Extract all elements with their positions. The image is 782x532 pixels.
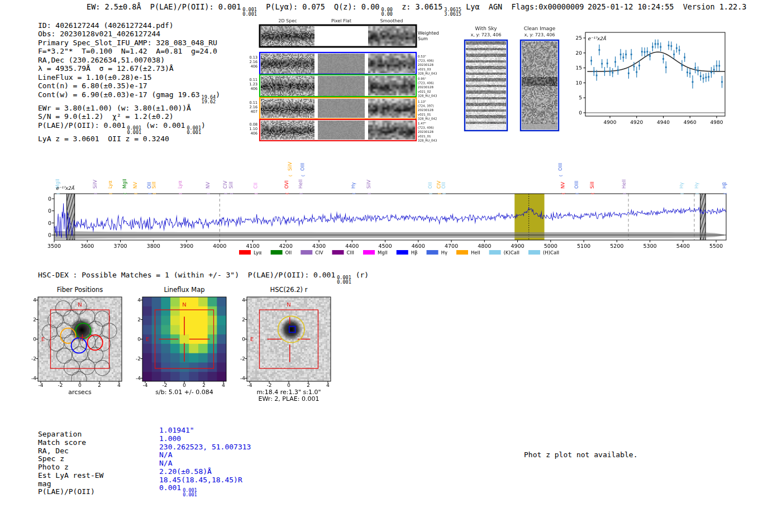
match-row-label: Match score (38, 439, 103, 447)
match-table-values: 1.01941"1.000230.262523, 51.007313N/AN/A… (159, 426, 251, 492)
stacked-uncertainty: 19.6419.62 (202, 95, 216, 104)
info-line: ID: 4026127244 (4026127244.pdf) (38, 21, 220, 30)
info-line: Primary Spec_Slot_IFU_AMP: 328_083_048_R… (38, 39, 220, 47)
photz-note: Phot z plot not available. (524, 450, 638, 459)
match-row-value: 230.262523, 51.007313 (159, 443, 251, 452)
sky-image-panels (455, 22, 567, 134)
match-row-value: N/A (159, 451, 251, 459)
match-row-value: 1.000 (159, 435, 251, 443)
fiber-xlabel: arcsecs (31, 389, 128, 396)
info-line: EWr = 3.80(±1.00) (w: 3.80(±1.00))Å (38, 104, 220, 112)
fiber-positions-panel (31, 282, 128, 389)
stacked-uncertainty: 0.0010.001 (187, 126, 201, 135)
info-line: LyA z = 3.0601 OII z = 0.3240 (38, 135, 220, 143)
stacked-uncertainty: 0.0010.001 (127, 126, 142, 135)
info-line: F=*3.2"* T=0.100 N=1.42 A=0.81 g=24.0 (38, 47, 220, 55)
2d-spectra-panel (246, 16, 447, 144)
report-timestamp-block: 2025-01-12 10:24:55 Version 1.22.3 (588, 2, 747, 11)
detection-info-block: ID: 4026127244 (4026127244.pdf)Obs: 2023… (38, 21, 220, 143)
report-datetime: 2025-01-12 10:24:55 (588, 2, 674, 11)
info-line: Cont(n) = 6.80(±0.35)e-17 (38, 82, 220, 90)
info-line: Obs: 20230128v021_4026127244 (38, 30, 220, 38)
match-table-labels: SeparationMatch scoreRA, DecSpec zPhoto … (38, 430, 103, 496)
match-row-label: mag (38, 480, 103, 488)
info-line: S/N = 9.0(±1.2) χ² = 1.2(±0.2) (38, 112, 220, 121)
lineflux-map-panel (136, 282, 233, 389)
match-row-label: P(LAE)/P(OII) (38, 488, 103, 496)
info-line: P(LAE)/P(OII): 0.0010.0010.001 (w: 0.001… (38, 121, 220, 135)
full-spectrum-plot (47, 146, 735, 261)
info-line: Cont(w) = 6.90(±0.03)e-17 (gmag 19.6319.… (38, 90, 220, 104)
elixer-detection-report: EW: 2.5±0.8Å P(LAE)/P(OII): 0.0010.0010.… (0, 0, 782, 532)
stacked-uncertainty: 0.0010.001 (183, 488, 197, 497)
emission-line-fit-plot (573, 25, 735, 131)
match-row-value: 1.01941" (159, 426, 251, 435)
info-line: RA,Dec (230.262634,51.007038) (38, 56, 220, 64)
match-row-value: 2.20(±0.58)Å (159, 468, 251, 476)
stacked-uncertainty: 3.06153.0615 (444, 7, 461, 16)
stacked-uncertainty: 0.0010.001 (337, 275, 351, 284)
match-row-value: 0.0010.0010.001 (159, 484, 251, 492)
report-version: Version 1.22.3 (683, 2, 747, 11)
match-row-label: Spec z (38, 455, 103, 463)
hsc-image-panel (240, 282, 337, 389)
match-row-value: 18.45(18.45,18.45)R (159, 476, 251, 485)
match-row-label: RA, Dec (38, 447, 103, 456)
header-spacer (674, 2, 683, 11)
match-row-label: Separation (38, 430, 103, 439)
info-line: λ = 4935.79Å σ = 12.67(±2.73)Å (38, 64, 220, 73)
stacked-uncertainty: 0.0010.001 (242, 7, 257, 16)
stacked-uncertainty: 0.000.00 (381, 7, 392, 16)
match-row-label: Est LyA rest-EW (38, 472, 103, 480)
summary-header-line: EW: 2.5±0.8Å P(LAE)/P(OII): 0.0010.0010.… (87, 2, 584, 16)
hsc-caption-2: EWr: 2, PLAE: 0.001 (240, 395, 337, 402)
match-row-label: Photo z (38, 463, 103, 472)
info-line: LineFlux = 1.10(±0.28)e-15 (38, 73, 220, 82)
lineflux-caption: s/b: 5.01 +/- 0.084 (136, 389, 233, 396)
match-row-value: N/A (159, 459, 251, 468)
